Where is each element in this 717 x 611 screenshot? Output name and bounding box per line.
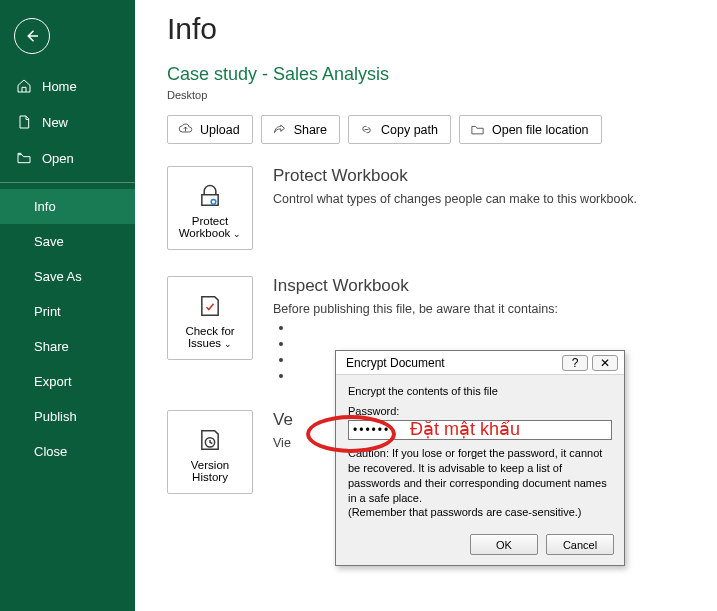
- sidebar-item-info[interactable]: Info: [0, 189, 135, 224]
- document-path: Desktop: [167, 89, 717, 101]
- sidebar-item-export[interactable]: Export: [0, 364, 135, 399]
- sidebar-item-print[interactable]: Print: [0, 294, 135, 329]
- sidebar-item-label: Info: [34, 199, 56, 214]
- action-label: Upload: [200, 123, 240, 137]
- new-icon: [16, 114, 32, 130]
- sidebar-item-open[interactable]: Open: [0, 140, 135, 176]
- dialog-close-button[interactable]: ✕: [592, 355, 618, 371]
- dialog-help-button[interactable]: ?: [562, 355, 588, 371]
- sidebar-item-label: Save: [34, 234, 64, 249]
- lock-icon: [195, 181, 225, 211]
- action-label: Share: [294, 123, 327, 137]
- list-item: [293, 320, 558, 334]
- inspect-heading: Inspect Workbook: [273, 276, 558, 296]
- ok-button[interactable]: OK: [470, 534, 538, 555]
- sidebar-item-close[interactable]: Close: [0, 434, 135, 469]
- sidebar-item-label: Print: [34, 304, 61, 319]
- version-body-partial: Vie: [273, 436, 293, 450]
- chevron-down-icon: ⌄: [233, 229, 241, 239]
- encrypt-document-dialog: Encrypt Document ? ✕ Encrypt the content…: [335, 350, 625, 566]
- sidebar-item-new[interactable]: New: [0, 104, 135, 140]
- sidebar-item-label: New: [42, 115, 68, 130]
- upload-icon: [178, 122, 193, 137]
- action-label: Copy path: [381, 123, 438, 137]
- caution-text: Caution: If you lose or forget the passw…: [348, 447, 607, 504]
- action-label: Open file location: [492, 123, 589, 137]
- protect-body: Control what types of changes people can…: [273, 192, 637, 206]
- sidebar-item-label: Share: [34, 339, 69, 354]
- remember-text: (Remember that passwords are case-sensit…: [348, 506, 582, 518]
- back-arrow-icon: [23, 27, 41, 45]
- sidebar-item-publish[interactable]: Publish: [0, 399, 135, 434]
- protect-workbook-button[interactable]: Protect Workbook⌄: [167, 166, 253, 250]
- check-issues-button[interactable]: Check for Issues⌄: [167, 276, 253, 360]
- sidebar-item-save[interactable]: Save: [0, 224, 135, 259]
- sidebar-item-label: Save As: [34, 269, 82, 284]
- document-title: Case study - Sales Analysis: [167, 64, 717, 85]
- sidebar-item-label: Open: [42, 151, 74, 166]
- folder-icon: [470, 122, 485, 137]
- version-history-button[interactable]: Version History: [167, 410, 253, 494]
- open-icon: [16, 150, 32, 166]
- page-title: Info: [167, 12, 717, 46]
- back-button[interactable]: [14, 18, 50, 54]
- close-icon: ✕: [600, 356, 610, 370]
- password-input[interactable]: [348, 420, 612, 440]
- version-heading-partial: Ve: [273, 410, 293, 430]
- sidebar-divider: [0, 182, 135, 183]
- dialog-subtitle: Encrypt the contents of this file: [348, 385, 612, 397]
- history-icon: [195, 425, 225, 455]
- sidebar-item-label: Export: [34, 374, 72, 389]
- dialog-title: Encrypt Document: [346, 356, 445, 370]
- protect-heading: Protect Workbook: [273, 166, 637, 186]
- password-label: Password:: [348, 405, 612, 417]
- protect-section: Protect Workbook⌄ Protect Workbook Contr…: [167, 166, 717, 250]
- share-icon: [272, 122, 287, 137]
- dialog-titlebar: Encrypt Document ? ✕: [336, 351, 624, 375]
- help-icon: ?: [572, 356, 579, 370]
- cancel-button[interactable]: Cancel: [546, 534, 614, 555]
- chevron-down-icon: ⌄: [224, 339, 232, 349]
- sidebar-item-saveas[interactable]: Save As: [0, 259, 135, 294]
- sidebar-item-home[interactable]: Home: [0, 68, 135, 104]
- svg-point-0: [211, 200, 216, 205]
- sidebar-item-share[interactable]: Share: [0, 329, 135, 364]
- sidebar-item-label: Publish: [34, 409, 77, 424]
- list-item: [293, 336, 558, 350]
- upload-button[interactable]: Upload: [167, 115, 253, 144]
- backstage-sidebar: Home New Open Info Save Save As Print Sh…: [0, 0, 135, 611]
- share-button[interactable]: Share: [261, 115, 340, 144]
- home-icon: [16, 78, 32, 94]
- open-location-button[interactable]: Open file location: [459, 115, 602, 144]
- sidebar-item-label: Close: [34, 444, 67, 459]
- copy-path-button[interactable]: Copy path: [348, 115, 451, 144]
- copy-icon: [359, 122, 374, 137]
- sidebar-item-label: Home: [42, 79, 77, 94]
- action-row: Upload Share Copy path Open file locatio…: [167, 115, 717, 144]
- check-icon: [195, 291, 225, 321]
- inspect-intro: Before publishing this file, be aware th…: [273, 302, 558, 316]
- protect-btn-label: Protect Workbook: [179, 215, 231, 239]
- version-btn-label: Version History: [172, 459, 248, 483]
